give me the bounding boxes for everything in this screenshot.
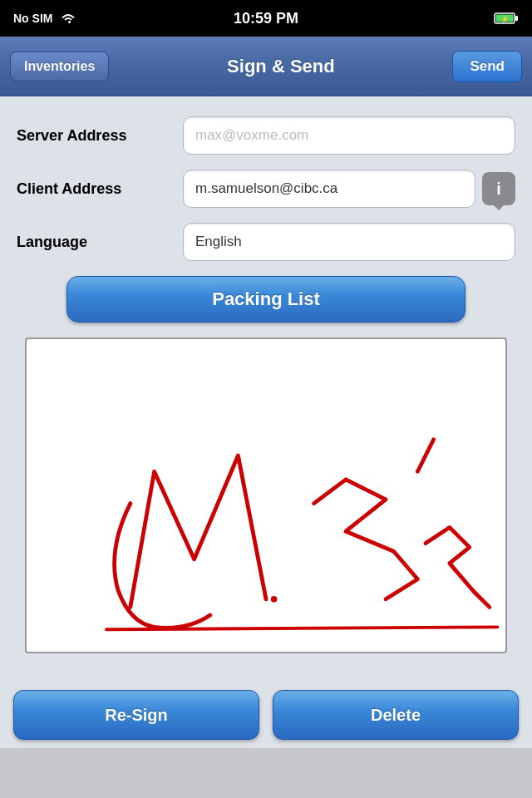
wifi-icon: [59, 12, 77, 25]
signature-area[interactable]: [25, 337, 507, 653]
send-button[interactable]: Send: [452, 51, 522, 82]
status-left: No SIM: [13, 12, 77, 25]
status-bar: No SIM 10:59 PM ⚡: [0, 0, 532, 37]
nav-title: Sign & Send: [227, 56, 335, 77]
carrier-label: No SIM: [13, 12, 52, 25]
svg-rect-2: [515, 16, 518, 21]
language-row: Language: [17, 223, 515, 261]
svg-point-4: [271, 596, 278, 603]
language-label: Language: [17, 234, 183, 251]
packing-list-wrap: Packing List: [17, 276, 515, 323]
battery-icon: ⚡: [494, 12, 519, 25]
server-address-row: Server Address: [17, 116, 515, 155]
nav-bar: Inventories Sign & Send Send: [0, 37, 532, 96]
inventories-button[interactable]: Inventories: [10, 52, 109, 81]
bottom-buttons: Re-Sign Delete: [0, 682, 532, 748]
client-address-input[interactable]: [183, 170, 475, 208]
client-address-input-row: i: [183, 170, 515, 208]
packing-list-button[interactable]: Packing List: [66, 276, 466, 323]
client-address-row: Client Address i: [17, 170, 515, 208]
signature-svg: [27, 339, 505, 652]
language-input[interactable]: [183, 223, 515, 261]
server-address-input[interactable]: [183, 116, 515, 155]
delete-button[interactable]: Delete: [273, 690, 519, 740]
status-time: 10:59 PM: [234, 10, 298, 27]
client-address-label: Client Address: [17, 180, 183, 198]
svg-text:⚡: ⚡: [500, 14, 510, 24]
content-area: Server Address Client Address i Language…: [0, 96, 532, 682]
resign-button[interactable]: Re-Sign: [13, 690, 259, 740]
status-right: ⚡: [494, 12, 519, 25]
server-address-label: Server Address: [17, 127, 183, 145]
info-icon[interactable]: i: [482, 172, 515, 205]
